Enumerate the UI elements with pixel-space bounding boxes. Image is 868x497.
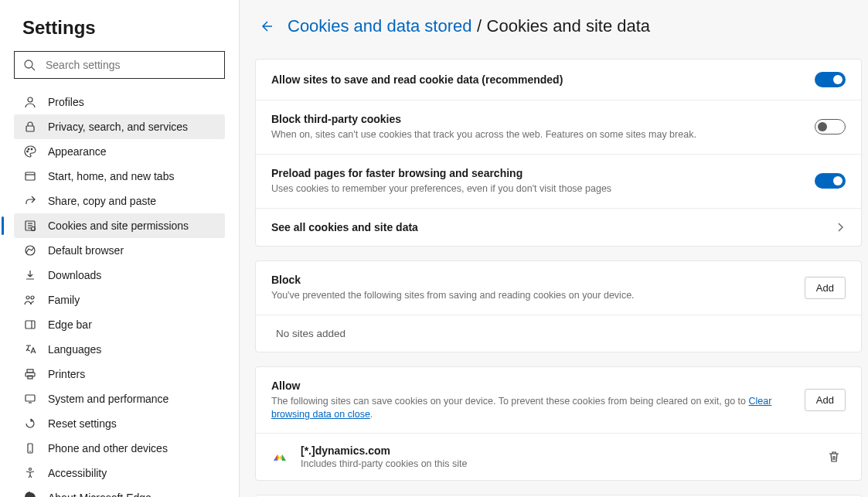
accessibility-icon: [23, 466, 37, 480]
svg-point-16: [31, 296, 34, 299]
svg-point-26: [29, 468, 32, 471]
search-input[interactable]: [14, 51, 225, 79]
sidebar-item-label: Accessibility: [48, 467, 107, 479]
back-button[interactable]: [255, 15, 277, 37]
lock-icon: [23, 120, 37, 134]
settings-title: Settings: [0, 17, 239, 51]
allow-title: Allow: [271, 380, 792, 392]
sidebar-item-label: Cookies and site permissions: [48, 220, 189, 232]
sidebar-item-label: System and performance: [48, 393, 168, 405]
svg-rect-22: [26, 395, 35, 401]
sidebar-item-edge-bar[interactable]: Edge bar: [14, 312, 225, 337]
cookie-settings-card: Allow sites to save and read cookie data…: [255, 59, 862, 247]
sidebar-item-label: Start, home, and new tabs: [48, 170, 174, 182]
block-header: Block You've prevented the following sit…: [256, 261, 861, 315]
download-icon: [23, 268, 37, 282]
svg-point-15: [26, 296, 29, 299]
sidebar-item-cookies[interactable]: Cookies and site permissions: [14, 213, 225, 238]
svg-point-6: [31, 148, 32, 150]
sidebar-item-label: Default browser: [48, 244, 124, 257]
sidebar-item-appearance[interactable]: Appearance: [14, 139, 225, 164]
window-icon: [23, 169, 37, 183]
profile-icon: [23, 95, 37, 109]
svg-rect-7: [26, 172, 35, 180]
sidebar: Settings Profiles Privacy, search, and s…: [0, 0, 240, 497]
see-all-row[interactable]: See all cookies and site data: [256, 209, 861, 246]
sidebar-nav: Profiles Privacy, search, and services A…: [0, 90, 239, 497]
sidebar-item-about[interactable]: About Microsoft Edge: [14, 485, 225, 497]
see-all-title: See all cookies and site data: [271, 221, 822, 233]
svg-rect-19: [27, 369, 33, 373]
sidebar-item-label: Appearance: [48, 145, 107, 158]
system-icon: [23, 392, 37, 406]
allow-sub: The following sites can save cookies on …: [271, 395, 792, 421]
sidebar-item-accessibility[interactable]: Accessibility: [14, 461, 225, 485]
block-third-row: Block third-party cookies When on, sites…: [256, 100, 861, 155]
allow-site-sub: Includes third-party cookies on this sit…: [301, 458, 810, 469]
block-empty: No sites added: [256, 315, 861, 352]
block-sub: You've prevented the following sites fro…: [271, 289, 792, 302]
svg-point-4: [27, 151, 29, 152]
allow-header: Allow The following sites can save cooki…: [256, 367, 861, 434]
preload-row: Preload pages for faster browsing and se…: [256, 155, 861, 209]
sidebar-item-label: About Microsoft Edge: [48, 492, 151, 497]
breadcrumb-sep: /: [477, 16, 482, 36]
sidebar-item-downloads[interactable]: Downloads: [14, 263, 225, 288]
sidebar-item-label: Reset settings: [48, 417, 117, 430]
sidebar-item-languages[interactable]: Languages: [14, 337, 225, 362]
preload-sub: Uses cookies to remember your preference…: [271, 182, 802, 196]
allow-site-name: [*.]dynamics.com: [301, 444, 810, 457]
sidebar-item-label: Family: [48, 294, 80, 306]
sidebar-item-family[interactable]: Family: [14, 288, 225, 312]
sidebar-item-label: Printers: [48, 368, 85, 380]
sidebar-icon: [23, 318, 37, 332]
sidebar-item-reset[interactable]: Reset settings: [14, 411, 225, 436]
svg-point-5: [28, 148, 29, 150]
svg-point-14: [26, 246, 35, 255]
allow-add-button[interactable]: Add: [805, 389, 846, 411]
allow-cookies-toggle[interactable]: [815, 72, 846, 87]
preload-title: Preload pages for faster browsing and se…: [271, 167, 802, 179]
appearance-icon: [23, 145, 37, 158]
browser-icon: [23, 243, 37, 257]
sidebar-item-printers[interactable]: Printers: [14, 362, 225, 386]
preload-toggle[interactable]: [815, 173, 846, 189]
allow-cookies-title: Allow sites to save and read cookie data…: [271, 73, 802, 86]
breadcrumb-text: Cookies and data stored / Cookies and si…: [288, 16, 650, 36]
block-title: Block: [271, 274, 792, 286]
phone-icon: [23, 441, 37, 455]
family-icon: [23, 293, 37, 307]
chevron-right-icon: [835, 222, 846, 233]
sidebar-item-share[interactable]: Share, copy and paste: [14, 189, 225, 213]
permissions-icon: [23, 219, 37, 233]
breadcrumb-current: Cookies and site data: [487, 16, 651, 36]
svg-rect-3: [26, 126, 34, 131]
delete-site-button[interactable]: [822, 445, 846, 468]
sidebar-item-label: Profiles: [48, 96, 84, 108]
site-favicon: [271, 448, 288, 465]
main-content: Cookies and data stored / Cookies and si…: [240, 0, 868, 497]
sidebar-item-profiles[interactable]: Profiles: [14, 90, 225, 114]
block-card: Block You've prevented the following sit…: [255, 260, 862, 352]
block-add-button[interactable]: Add: [805, 277, 846, 299]
block-third-toggle[interactable]: [815, 119, 846, 134]
sidebar-item-system[interactable]: System and performance: [14, 386, 225, 411]
breadcrumb-parent[interactable]: Cookies and data stored: [288, 16, 472, 36]
language-icon: [23, 342, 37, 356]
edge-icon: [23, 491, 37, 497]
search-wrap: [14, 51, 225, 79]
block-third-sub: When on, sites can't use cookies that tr…: [271, 128, 802, 141]
allow-card: Allow The following sites can save cooki…: [255, 366, 862, 482]
sidebar-item-label: Downloads: [48, 269, 101, 281]
sidebar-item-default-browser[interactable]: Default browser: [14, 238, 225, 263]
sidebar-item-label: Privacy, search, and services: [48, 121, 188, 133]
sidebar-item-label: Phone and other devices: [48, 442, 168, 454]
allow-site-row: [*.]dynamics.com Includes third-party co…: [256, 434, 861, 480]
sidebar-item-phone[interactable]: Phone and other devices: [14, 436, 225, 461]
sidebar-item-label: Share, copy and paste: [48, 195, 156, 207]
sidebar-item-privacy[interactable]: Privacy, search, and services: [14, 114, 225, 139]
printer-icon: [23, 367, 37, 381]
sidebar-item-start[interactable]: Start, home, and new tabs: [14, 164, 225, 189]
allow-cookies-row: Allow sites to save and read cookie data…: [256, 60, 861, 100]
reset-icon: [23, 417, 37, 431]
